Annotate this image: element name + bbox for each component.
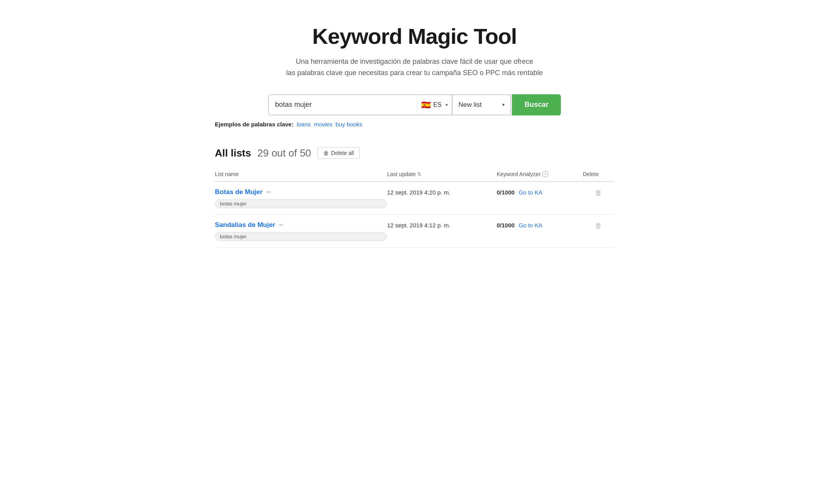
- search-input[interactable]: [268, 94, 417, 115]
- last-update-cell: 12 sept. 2019 4:20 p. m.: [387, 188, 497, 196]
- search-section: 🇪🇸 ES ▾ New list ▾ Buscar Ejemplos de pa…: [215, 94, 614, 128]
- delete-row-button[interactable]: 🗑: [595, 189, 602, 197]
- language-selector[interactable]: 🇪🇸 ES ▾: [417, 94, 452, 115]
- example-link-buy-books[interactable]: buy books: [335, 121, 362, 128]
- delete-cell: 🗑: [583, 221, 614, 230]
- language-code: ES: [433, 101, 442, 108]
- chevron-down-icon: ▾: [445, 102, 448, 108]
- col-list-name: List name: [215, 171, 387, 177]
- table-row: Sandalias de Mujer ✏ botas mujer 12 sept…: [215, 215, 614, 248]
- list-name-row: Sandalias de Mujer ✏: [215, 221, 387, 229]
- table-row: Botas de Mujer ✏ botas mujer 12 sept. 20…: [215, 182, 614, 215]
- lists-section: All lists 29 out of 50 🗑 Delete all List…: [215, 147, 614, 248]
- go-to-ka-link[interactable]: Go to KA: [519, 222, 542, 229]
- edit-icon[interactable]: ✏: [279, 222, 284, 228]
- page-title: Keyword Magic Tool: [215, 23, 614, 49]
- lists-header: All lists 29 out of 50 🗑 Delete all: [215, 147, 614, 159]
- keyword-analyzer-cell: 0/1000 Go to KA: [497, 188, 583, 196]
- info-icon[interactable]: i: [542, 171, 548, 177]
- delete-cell: 🗑: [583, 188, 614, 197]
- lists-heading: All lists: [215, 147, 251, 159]
- edit-icon[interactable]: ✏: [267, 189, 271, 195]
- sort-icon[interactable]: ⇅: [417, 171, 421, 177]
- go-to-ka-link[interactable]: Go to KA: [519, 189, 542, 196]
- list-name-link[interactable]: Sandalias de Mujer: [215, 221, 275, 229]
- col-last-update: Last update ⇅: [387, 171, 497, 177]
- delete-all-button[interactable]: 🗑 Delete all: [317, 147, 360, 159]
- list-name-row: Botas de Mujer ✏: [215, 188, 387, 196]
- hero-subtitle: Una herramienta de investigación de pala…: [278, 56, 551, 79]
- trash-icon: 🗑: [323, 150, 329, 156]
- lists-table: List name Last update ⇅ Keyword Analyzer…: [215, 167, 614, 248]
- flag-icon: 🇪🇸: [421, 100, 431, 110]
- search-fields-group: 🇪🇸 ES ▾ New list ▾: [268, 94, 511, 115]
- chevron-down-icon: ▾: [502, 102, 505, 108]
- example-link-movies[interactable]: movies: [314, 121, 333, 128]
- list-dropdown-label: New list: [458, 101, 499, 109]
- list-name-link[interactable]: Botas de Mujer: [215, 188, 263, 196]
- search-button[interactable]: Buscar: [512, 94, 561, 115]
- examples-label: Ejemplos de palabras clave:: [215, 121, 294, 128]
- last-update-cell: 12 sept. 2019 4:12 p. m.: [387, 221, 497, 229]
- list-name-cell: Botas de Mujer ✏ botas mujer: [215, 188, 387, 208]
- list-dropdown[interactable]: New list ▾: [452, 94, 511, 115]
- example-link-loans[interactable]: loans: [297, 121, 311, 128]
- delete-row-button[interactable]: 🗑: [595, 222, 602, 230]
- table-header: List name Last update ⇅ Keyword Analyzer…: [215, 167, 614, 182]
- col-keyword-analyzer: Keyword Analyzer i: [497, 171, 583, 177]
- lists-count: 29 out of 50: [257, 147, 311, 159]
- search-row: 🇪🇸 ES ▾ New list ▾ Buscar: [268, 94, 561, 115]
- list-name-cell: Sandalias de Mujer ✏ botas mujer: [215, 221, 387, 241]
- keyword-analyzer-cell: 0/1000 Go to KA: [497, 221, 583, 229]
- col-delete: Delete: [583, 171, 614, 177]
- tag-badge: botas mujer: [215, 232, 387, 241]
- examples-row: Ejemplos de palabras clave: loans movies…: [215, 121, 362, 128]
- tag-badge: botas mujer: [215, 199, 387, 208]
- hero-section: Keyword Magic Tool Una herramienta de in…: [215, 23, 614, 79]
